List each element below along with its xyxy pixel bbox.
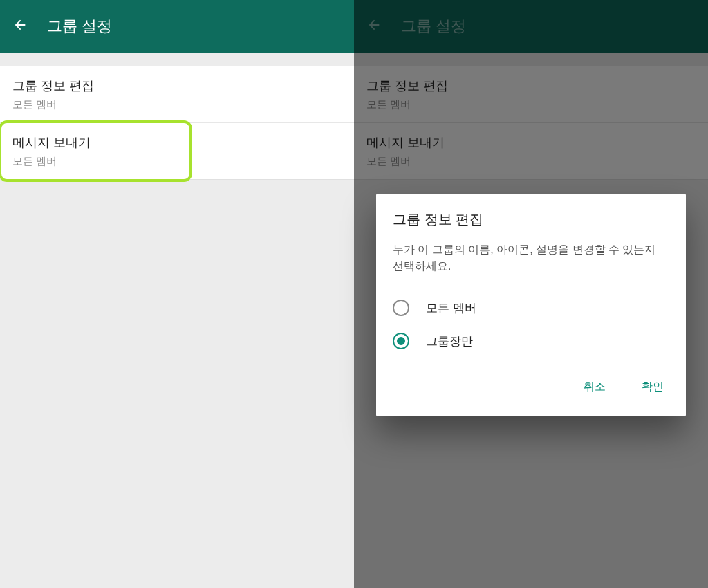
app-bar: 그룹 설정 xyxy=(0,0,354,53)
radio-label: 모든 멤버 xyxy=(426,300,476,316)
app-bar-title: 그룹 설정 xyxy=(47,16,112,37)
confirm-button[interactable]: 확인 xyxy=(636,374,669,400)
left-screen: 그룹 설정 그룹 정보 편집 모든 멤버 메시지 보내기 모든 멤버 xyxy=(0,0,354,588)
list-item-title: 그룹 정보 편집 xyxy=(12,77,342,94)
dialog-actions: 취소 확인 xyxy=(393,374,669,400)
radio-button-icon xyxy=(393,333,409,349)
settings-list: 그룹 정보 편집 모든 멤버 메시지 보내기 모든 멤버 xyxy=(0,66,354,180)
edit-group-info-dialog: 그룹 정보 편집 누가 이 그룹의 이름, 아이콘, 설명을 변경할 수 있는지… xyxy=(376,194,686,416)
dialog-description: 누가 이 그룹의 이름, 아이콘, 설명을 변경할 수 있는지 선택하세요. xyxy=(393,241,669,275)
tutorial-highlight xyxy=(0,120,192,182)
dialog-title: 그룹 정보 편집 xyxy=(393,210,669,229)
list-item-edit-group-info[interactable]: 그룹 정보 편집 모든 멤버 xyxy=(0,66,354,123)
back-arrow-icon[interactable] xyxy=(12,17,28,35)
radio-option-admins-only[interactable]: 그룹장만 xyxy=(393,324,669,358)
radio-label: 그룹장만 xyxy=(426,333,473,349)
right-screen: 그룹 설정 그룹 정보 편집 모든 멤버 메시지 보내기 모든 멤버 그룹 정보… xyxy=(354,0,708,588)
radio-button-icon xyxy=(393,300,409,316)
cancel-button[interactable]: 취소 xyxy=(578,374,611,400)
spacer xyxy=(0,53,354,66)
list-item-subtitle: 모든 멤버 xyxy=(12,155,342,168)
list-item-title: 메시지 보내기 xyxy=(12,134,342,151)
list-item-subtitle: 모든 멤버 xyxy=(12,98,342,111)
radio-option-all-members[interactable]: 모든 멤버 xyxy=(393,291,669,324)
list-item-send-messages[interactable]: 메시지 보내기 모든 멤버 xyxy=(0,123,354,179)
